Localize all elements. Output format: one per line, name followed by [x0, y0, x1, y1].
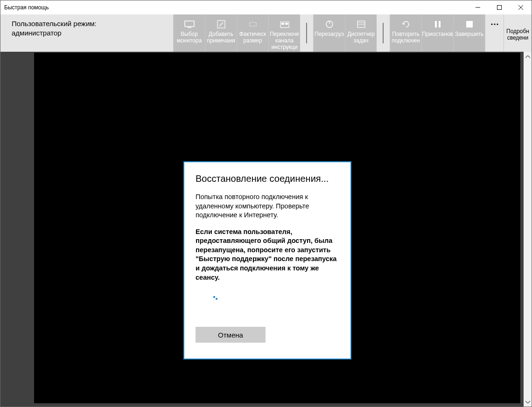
svg-point-21: [497, 23, 498, 25]
dialog-body-2: Если система пользователя, предоставляющ…: [196, 228, 339, 282]
svg-point-19: [491, 23, 492, 25]
task-manager-icon: [356, 20, 366, 28]
svg-rect-9: [281, 23, 284, 25]
reconnect-icon: [401, 20, 411, 28]
window-controls: [467, 0, 532, 14]
toolbar-row: Пользовательский режим: администратор Вы…: [0, 14, 532, 52]
end-button[interactable]: Завершить: [453, 14, 485, 52]
pause-button[interactable]: Приостанов: [421, 14, 453, 52]
minimize-icon: [476, 5, 480, 10]
add-note-label: Добавить примечани: [207, 31, 235, 44]
more-button[interactable]: [485, 14, 504, 52]
svg-rect-13: [357, 21, 365, 28]
svg-rect-1: [497, 6, 502, 10]
stop-icon: [464, 20, 475, 28]
close-icon: [518, 5, 523, 10]
mode-line2: администратор: [12, 28, 162, 38]
svg-rect-4: [185, 21, 194, 27]
dialog-body-1: Попытка повторного подключения к удаленн…: [196, 193, 339, 220]
window-title: Быстрая помощь: [4, 4, 49, 11]
cancel-button-label: Отмена: [218, 331, 243, 339]
add-note-button[interactable]: Добавить примечани: [205, 14, 237, 52]
maximize-button[interactable]: [489, 0, 510, 14]
reconnect-label: Повторить подключен: [392, 31, 420, 44]
mode-line1: Пользовательский режим:: [12, 19, 162, 28]
svg-point-20: [494, 23, 495, 25]
loading-spinner-icon: [209, 295, 218, 304]
actual-size-icon: [248, 20, 258, 28]
maximize-icon: [497, 5, 502, 10]
actual-size-button[interactable]: Фактическ размер: [237, 14, 268, 52]
switch-channel-label: Переключе канала инструкци: [270, 31, 299, 50]
end-label: Завершить: [455, 31, 484, 38]
svg-rect-18: [466, 21, 473, 28]
app-window: Быстрая помощь Пользовательский режим: а…: [0, 0, 532, 407]
dialog-title: Восстановление соединения...: [196, 173, 339, 184]
task-manager-button[interactable]: Диспетчер задач: [345, 14, 377, 52]
scroll-up-button[interactable]: [524, 53, 531, 61]
details-label: Подробн сведени: [506, 28, 529, 41]
task-manager-label: Диспетчер задач: [347, 31, 375, 44]
restart-label: Перезагруз: [315, 31, 344, 38]
restart-button[interactable]: Перезагруз: [313, 14, 345, 52]
select-monitor-button[interactable]: Выбор монитора: [173, 14, 205, 52]
mode-panel: Пользовательский режим: администратор: [0, 14, 173, 52]
vertical-scrollbar[interactable]: [524, 52, 532, 407]
toolbar: Выбор монитора Добавить примечани Фактич…: [173, 14, 532, 52]
more-icon: [490, 20, 500, 28]
toolbar-separator: [377, 14, 390, 52]
switch-channel-icon: [280, 20, 290, 28]
svg-rect-17: [439, 21, 441, 28]
spinner: [196, 290, 339, 309]
pause-label: Приостанов: [422, 31, 453, 38]
actual-size-label: Фактическ размер: [239, 31, 266, 44]
svg-rect-7: [250, 22, 256, 26]
chevron-up-icon: [525, 55, 530, 58]
pause-icon: [433, 20, 443, 28]
chevron-down-icon: [525, 400, 530, 403]
svg-rect-16: [435, 21, 437, 28]
client-area: Восстановление соединения... Попытка пов…: [0, 52, 532, 407]
restart-icon: [324, 20, 335, 28]
svg-rect-10: [285, 23, 288, 25]
toolbar-separator: [300, 14, 313, 52]
titlebar: Быстрая помощь: [0, 0, 532, 14]
switch-channel-button[interactable]: Переключе канала инструкци: [268, 14, 300, 52]
scroll-down-button[interactable]: [524, 398, 531, 406]
close-button[interactable]: [510, 0, 532, 14]
minimize-button[interactable]: [467, 0, 489, 14]
select-monitor-label: Выбор монитора: [177, 31, 202, 44]
pencil-icon: [216, 20, 226, 28]
reconnect-dialog: Восстановление соединения... Попытка пов…: [183, 161, 351, 359]
reconnect-button[interactable]: Повторить подключен: [390, 14, 421, 52]
monitor-icon: [184, 20, 195, 28]
cancel-button[interactable]: Отмена: [196, 327, 266, 343]
details-button[interactable]: Подробн сведени: [504, 14, 532, 52]
